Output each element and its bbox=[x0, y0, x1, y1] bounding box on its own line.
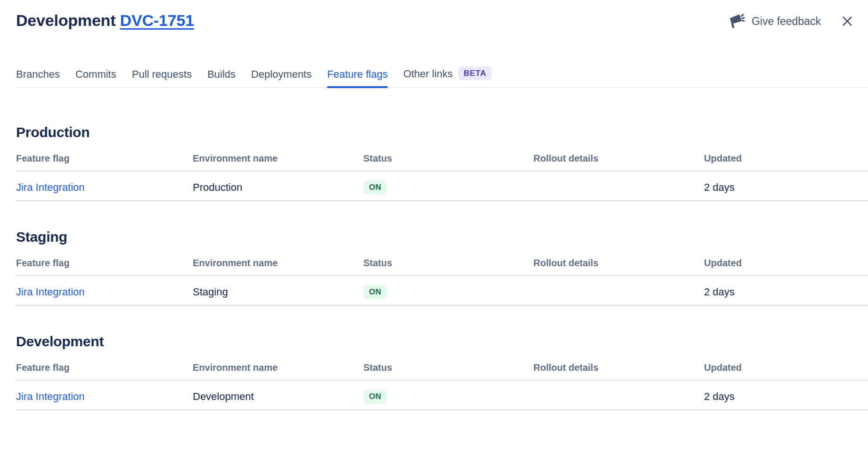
close-icon bbox=[841, 15, 854, 28]
tab-bar: Branches Commits Pull requests Builds De… bbox=[15, 30, 868, 88]
page-title: Development DVC-1751 bbox=[16, 10, 194, 30]
environment-name-cell: Production bbox=[193, 171, 363, 201]
table-header-row: Feature flag Environment name Status Rol… bbox=[15, 245, 868, 276]
section-heading: Production bbox=[16, 124, 868, 141]
tab-other-links-label: Other links bbox=[403, 68, 453, 80]
tab-other-links[interactable]: Other links BETA bbox=[403, 67, 491, 87]
col-header-environment-name: Environment name bbox=[193, 350, 363, 380]
tab-builds[interactable]: Builds bbox=[207, 68, 236, 87]
status-badge: ON bbox=[363, 285, 387, 299]
give-feedback-button[interactable]: Give feedback bbox=[728, 13, 821, 29]
page-title-text: Development bbox=[16, 11, 115, 29]
updated-cell: 2 days bbox=[704, 380, 868, 410]
rollout-details-cell bbox=[533, 380, 704, 410]
feature-flag-table: Feature flag Environment name Status Rol… bbox=[15, 141, 868, 201]
table-row: Jira Integration Staging ON 2 days bbox=[15, 276, 868, 305]
section-production: Production Feature flag Environment name… bbox=[0, 124, 868, 201]
give-feedback-label: Give feedback bbox=[752, 15, 821, 28]
section-heading: Development bbox=[16, 333, 868, 350]
tab-deployments[interactable]: Deployments bbox=[251, 68, 311, 87]
tab-commits[interactable]: Commits bbox=[75, 68, 116, 87]
col-header-environment-name: Environment name bbox=[193, 141, 363, 171]
rollout-details-cell bbox=[533, 171, 704, 201]
tab-branches[interactable]: Branches bbox=[16, 68, 60, 87]
rollout-details-cell bbox=[533, 276, 704, 305]
status-badge: ON bbox=[363, 390, 387, 404]
feature-flag-link[interactable]: Jira Integration bbox=[16, 181, 85, 193]
issue-key-link[interactable]: DVC-1751 bbox=[120, 11, 194, 29]
panel-header: Development DVC-1751 Give feedback bbox=[0, 0, 868, 30]
table-header-row: Feature flag Environment name Status Rol… bbox=[15, 141, 868, 171]
col-header-feature-flag: Feature flag bbox=[15, 245, 193, 276]
feature-flag-link[interactable]: Jira Integration bbox=[16, 286, 85, 298]
status-badge: ON bbox=[363, 180, 387, 195]
header-actions: Give feedback bbox=[728, 13, 854, 29]
megaphone-icon bbox=[728, 13, 745, 29]
col-header-feature-flag: Feature flag bbox=[15, 350, 193, 380]
col-header-feature-flag: Feature flag bbox=[15, 141, 193, 171]
col-header-environment-name: Environment name bbox=[193, 245, 363, 276]
environment-name-cell: Staging bbox=[193, 276, 363, 305]
table-row: Jira Integration Production ON 2 days bbox=[15, 171, 868, 201]
col-header-updated: Updated bbox=[704, 141, 868, 171]
updated-cell: 2 days bbox=[704, 276, 868, 305]
close-button[interactable] bbox=[841, 15, 854, 28]
section-heading: Staging bbox=[16, 228, 868, 245]
feature-flags-panel: Production Feature flag Environment name… bbox=[0, 124, 868, 410]
tab-feature-flags[interactable]: Feature flags bbox=[327, 68, 387, 87]
col-header-updated: Updated bbox=[704, 245, 868, 276]
feature-flag-link[interactable]: Jira Integration bbox=[16, 391, 85, 402]
table-header-row: Feature flag Environment name Status Rol… bbox=[15, 350, 868, 380]
feature-flag-table: Feature flag Environment name Status Rol… bbox=[15, 245, 868, 306]
tab-pull-requests[interactable]: Pull requests bbox=[132, 68, 192, 87]
updated-cell: 2 days bbox=[704, 171, 868, 201]
table-row: Jira Integration Development ON 2 days bbox=[15, 380, 868, 410]
feature-flag-table: Feature flag Environment name Status Rol… bbox=[15, 350, 868, 410]
beta-badge: BETA bbox=[459, 66, 491, 80]
section-staging: Staging Feature flag Environment name St… bbox=[0, 228, 868, 306]
col-header-rollout-details: Rollout details bbox=[533, 141, 704, 171]
col-header-status: Status bbox=[363, 245, 533, 276]
col-header-status: Status bbox=[363, 350, 533, 380]
environment-name-cell: Development bbox=[193, 380, 363, 410]
section-development: Development Feature flag Environment nam… bbox=[0, 333, 868, 410]
col-header-rollout-details: Rollout details bbox=[533, 245, 704, 276]
col-header-rollout-details: Rollout details bbox=[533, 350, 704, 380]
col-header-status: Status bbox=[363, 141, 533, 171]
col-header-updated: Updated bbox=[704, 350, 868, 380]
